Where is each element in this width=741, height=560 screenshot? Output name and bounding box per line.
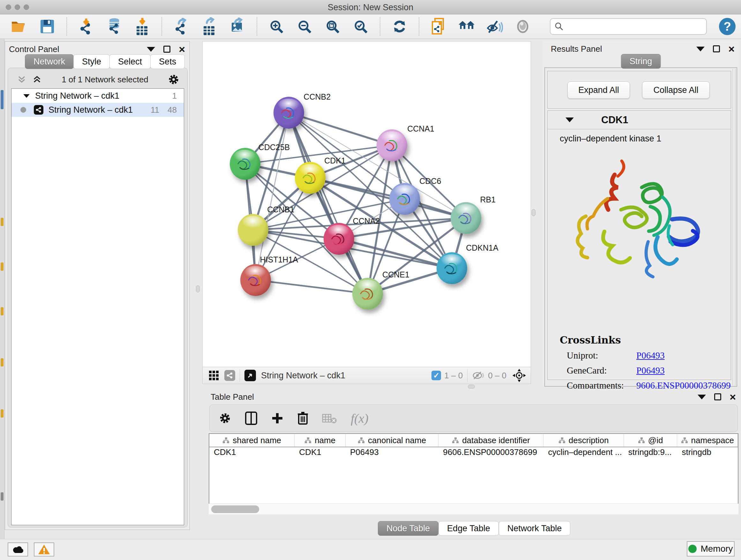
- node-CDC25B[interactable]: [230, 148, 260, 180]
- panel-menu-icon[interactable]: [696, 47, 704, 51]
- birdseye-toggle-icon[interactable]: [245, 370, 256, 381]
- tab-node-table[interactable]: Node Table: [378, 521, 439, 536]
- export-network-button[interactable]: [173, 18, 190, 35]
- table-cell[interactable]: CDK1: [294, 447, 346, 461]
- collapse-all-icon[interactable]: [16, 74, 27, 85]
- gene-section-header[interactable]: CDK1: [548, 111, 731, 129]
- node-CCNB2[interactable]: [273, 97, 304, 129]
- tab-edge-table[interactable]: Edge Table: [439, 521, 499, 536]
- edge-CCNB2-CCNA1[interactable]: [289, 113, 392, 145]
- show-columns-icon[interactable]: [245, 411, 258, 425]
- table-cell[interactable]: cyclin–dependent ...: [543, 447, 623, 461]
- panel-close-icon[interactable]: ×: [728, 45, 735, 52]
- table-hscrollbar-thumb[interactable]: [211, 505, 259, 513]
- zoom-in-button[interactable]: [268, 18, 285, 35]
- table-cell[interactable]: CDK1: [209, 447, 294, 461]
- node-CCNA1[interactable]: [377, 129, 407, 161]
- crosslink-link[interactable]: P06493: [636, 350, 665, 361]
- edge-CCNB2-CCNE1[interactable]: [289, 113, 367, 294]
- open-session-button[interactable]: [11, 18, 27, 35]
- node-HIST1H1A[interactable]: [240, 264, 271, 296]
- expand-all-icon[interactable]: [31, 74, 43, 85]
- column-header-description[interactable]: description: [543, 434, 623, 447]
- table-settings-gear-icon[interactable]: [219, 412, 231, 425]
- panel-close-icon[interactable]: ×: [730, 393, 736, 400]
- node-CDKN1A[interactable]: [436, 252, 467, 284]
- network-list: String Network – cdk1 1 String Network –…: [11, 88, 184, 525]
- add-column-icon[interactable]: [271, 412, 284, 425]
- column-header-id[interactable]: @id: [624, 434, 677, 447]
- network-canvas[interactable]: CCNB2 CCNA1 CDC25B CDK1 CDC6 RB1CCNB1 CC…: [203, 42, 531, 367]
- node-table[interactable]: shared namenamecanonical namedatabase id…: [209, 433, 738, 514]
- panel-float-icon[interactable]: [714, 393, 721, 400]
- refresh-layout-button[interactable]: [391, 18, 408, 35]
- save-session-button[interactable]: [39, 18, 56, 35]
- panel-float-icon[interactable]: [713, 45, 720, 52]
- search-box[interactable]: [550, 18, 707, 35]
- copy-documents-button[interactable]: [430, 18, 447, 35]
- tab-sets[interactable]: Sets: [150, 54, 185, 69]
- hide-selected-button[interactable]: [486, 18, 503, 35]
- column-header-name[interactable]: name: [294, 434, 346, 447]
- bottom-splitter-handle[interactable]: [468, 385, 475, 388]
- warning-icon: [38, 544, 51, 555]
- tab-style[interactable]: Style: [73, 54, 110, 69]
- panel-menu-icon[interactable]: [147, 47, 155, 52]
- export-image-button[interactable]: [229, 18, 246, 35]
- table-cell[interactable]: P06493: [346, 447, 439, 461]
- cloud-status-button[interactable]: [8, 543, 28, 557]
- table-cell[interactable]: stringdb: [677, 447, 738, 461]
- column-header-databaseidentifier[interactable]: database identifier: [439, 434, 543, 447]
- node-CCNE1[interactable]: [352, 278, 383, 310]
- collection-expander-icon[interactable]: [23, 94, 30, 98]
- panel-close-icon[interactable]: ×: [179, 46, 185, 53]
- svg-text:?: ?: [724, 20, 731, 33]
- node-CDC6[interactable]: [389, 183, 420, 215]
- right-splitter-handle[interactable]: [532, 209, 536, 216]
- tab-select[interactable]: Select: [110, 54, 151, 69]
- crosslink-link[interactable]: P06493: [636, 365, 665, 376]
- search-input[interactable]: [564, 22, 706, 32]
- column-header-sharedname[interactable]: shared name: [209, 434, 294, 447]
- import-network-button[interactable]: [78, 18, 94, 35]
- fit-content-icon[interactable]: [512, 368, 526, 382]
- zoom-fit-button[interactable]: [324, 18, 341, 35]
- node-CCNB1[interactable]: [238, 214, 268, 246]
- show-hidden-button[interactable]: [515, 18, 531, 35]
- results-scrollbar[interactable]: [732, 69, 736, 385]
- tab-string[interactable]: String: [621, 54, 661, 69]
- column-header-namespace[interactable]: namespace: [677, 434, 738, 447]
- import-database-button[interactable]: [106, 18, 123, 35]
- expand-all-button[interactable]: Expand All: [567, 81, 630, 99]
- table-cell[interactable]: stringdb:9...: [624, 447, 677, 461]
- zoom-selected-button[interactable]: [352, 18, 369, 35]
- panel-float-icon[interactable]: [163, 46, 171, 53]
- gene-expander-icon[interactable]: [565, 118, 574, 122]
- tab-network-table[interactable]: Network Table: [499, 521, 570, 536]
- table-hscrollbar[interactable]: [209, 503, 738, 514]
- home-layout-button[interactable]: [458, 18, 475, 35]
- table-cell[interactable]: 9606.ENSP00000378699: [439, 447, 543, 461]
- network-row[interactable]: String Network – cdk1 11 48: [11, 103, 184, 117]
- help-button[interactable]: ?: [719, 17, 736, 36]
- export-table-button[interactable]: [201, 18, 218, 35]
- node-CDK1[interactable]: [295, 162, 326, 194]
- table-row[interactable]: CDK1CDK1P064939606.ENSP00000378699cyclin…: [209, 447, 738, 461]
- column-header-canonicalname[interactable]: canonical name: [346, 434, 439, 447]
- delete-column-trash-icon[interactable]: [297, 411, 309, 425]
- node-CCNA2[interactable]: [324, 223, 354, 255]
- tab-network[interactable]: Network: [25, 54, 74, 69]
- network-overview-icon[interactable]: [224, 370, 235, 381]
- selected-nodes-checkbox[interactable]: ✓: [431, 371, 441, 380]
- zoom-out-button[interactable]: [296, 18, 313, 35]
- collapse-all-button[interactable]: Collapse All: [642, 81, 710, 99]
- import-table-button[interactable]: [134, 18, 151, 35]
- grid-view-icon[interactable]: [208, 370, 219, 381]
- panel-menu-icon[interactable]: [697, 395, 706, 399]
- gear-icon[interactable]: [167, 73, 180, 85]
- network-collection-row[interactable]: String Network – cdk1 1: [11, 89, 184, 103]
- edge-HIST1H1A-CCNE1[interactable]: [256, 280, 368, 294]
- warnings-button[interactable]: [34, 543, 54, 557]
- left-splitter-handle[interactable]: [196, 286, 200, 293]
- memory-button[interactable]: Memory: [687, 541, 735, 557]
